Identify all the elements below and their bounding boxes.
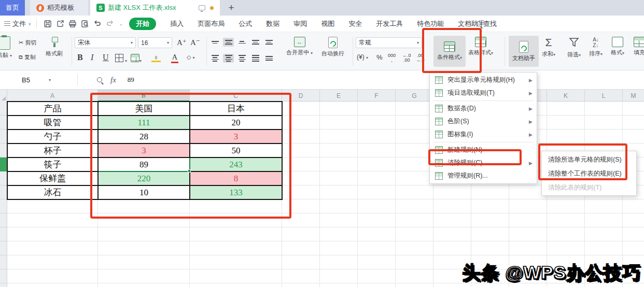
sort-button[interactable]: A↓Z↓ 排序▾ bbox=[589, 37, 603, 58]
column-header-A[interactable]: A bbox=[7, 90, 98, 102]
sum-button[interactable]: Σ 求和▾ bbox=[542, 36, 555, 58]
new-tab-button[interactable]: + bbox=[225, 1, 238, 15]
column-header-K[interactable]: K bbox=[547, 90, 585, 102]
conditional-format-button[interactable]: 条件格式▾ bbox=[433, 36, 466, 67]
filter-button[interactable]: 筛选▾ bbox=[567, 37, 581, 59]
format-button[interactable]: 格式▾ bbox=[611, 37, 624, 56]
font-size-select[interactable]: 16▾ bbox=[138, 37, 172, 48]
font-shrink-button[interactable]: A⁻ bbox=[190, 38, 200, 47]
submenu-item-清除整个工作表的规则(E)[interactable]: 清除整个工作表的规则(E) bbox=[542, 167, 636, 181]
cell-A1[interactable]: 产品 bbox=[7, 102, 98, 116]
highlight-color-button[interactable]: ⬨ bbox=[151, 54, 161, 61]
menu-item-插入[interactable]: 插入 bbox=[170, 19, 184, 28]
menu-item-公式[interactable]: 公式 bbox=[239, 19, 252, 28]
distributed-icon[interactable] bbox=[263, 54, 274, 63]
cell-B1[interactable]: 美国 bbox=[98, 102, 190, 116]
cell-C5[interactable]: 243 bbox=[190, 157, 282, 171]
export-icon[interactable] bbox=[56, 20, 64, 28]
redo-icon[interactable] bbox=[106, 20, 114, 28]
cell-A5[interactable]: 筷子 bbox=[7, 157, 98, 171]
bold-button[interactable]: B bbox=[77, 53, 83, 62]
toolbar-more-chevron-icon[interactable]: ⌄ bbox=[119, 21, 123, 26]
menu-item-管理规则(R)...[interactable]: 管理规则(R)... bbox=[430, 169, 537, 182]
copy-button[interactable]: ⧉ 复制 bbox=[19, 53, 36, 61]
fill-button[interactable]: 填充 bbox=[634, 37, 644, 56]
column-header-E[interactable]: E bbox=[320, 90, 358, 102]
align-right-icon[interactable] bbox=[236, 54, 247, 63]
align-middle-icon[interactable] bbox=[223, 38, 234, 47]
menu-item-突出显示单元格规则(H)[interactable]: 突出显示单元格规则(H)▶ bbox=[430, 74, 537, 87]
name-box[interactable]: B5 ▾ bbox=[0, 70, 73, 89]
cell-C1[interactable]: 日本 bbox=[190, 102, 282, 116]
print-preview-icon[interactable] bbox=[81, 20, 89, 28]
submenu-item-清除所选单元格的规则(S)[interactable]: 清除所选单元格的规则(S) bbox=[542, 153, 636, 167]
format-painter-button[interactable]: 格式刷 bbox=[46, 37, 63, 58]
column-header-G[interactable]: G bbox=[396, 90, 433, 102]
cell-A6[interactable]: 保鲜盖 bbox=[7, 171, 98, 185]
doc-assistant-button[interactable]: 文档助手 bbox=[509, 36, 539, 67]
menu-item-图标集(I)[interactable]: 图标集(I)▶ bbox=[430, 128, 537, 141]
decrease-decimal-button[interactable]: ←.0.00 bbox=[402, 53, 411, 63]
menu-item-项目选取规则(T)[interactable]: 项目选取规则(T)▶ bbox=[430, 87, 537, 99]
zoom-formula-icon[interactable] bbox=[97, 77, 102, 82]
save-icon[interactable] bbox=[44, 20, 52, 28]
menu-item-开始[interactable]: 开始 bbox=[129, 18, 156, 30]
find-button[interactable]: 查找 bbox=[476, 16, 497, 32]
column-header-M[interactable]: M bbox=[623, 90, 644, 102]
tab-docer-templates[interactable]: 稻壳模板 bbox=[30, 0, 88, 16]
underline-button[interactable]: U bbox=[103, 53, 109, 62]
align-center-icon[interactable] bbox=[223, 54, 234, 63]
menu-item-数据条(D)[interactable]: 数据条(D)▶ bbox=[430, 102, 537, 115]
menu-item-安全[interactable]: 安全 bbox=[348, 19, 362, 28]
align-top-icon[interactable] bbox=[209, 38, 220, 47]
wrap-text-button[interactable]: 自动换行 bbox=[321, 37, 344, 58]
increase-decimal-button[interactable]: .00→.0 bbox=[416, 53, 425, 63]
shading-button[interactable]: ▾ bbox=[131, 54, 142, 63]
cell-B5[interactable]: 89 bbox=[98, 157, 190, 171]
cell-B2[interactable]: 111 bbox=[98, 116, 190, 130]
print-icon[interactable] bbox=[68, 20, 77, 28]
tab-home[interactable]: 首页 bbox=[0, 0, 25, 16]
menu-item-色阶(S)[interactable]: 色阶(S)▶ bbox=[430, 115, 537, 128]
column-header-C[interactable]: C bbox=[190, 90, 282, 102]
thousands-format-button[interactable]: 000, bbox=[388, 53, 396, 63]
cell-C4[interactable]: 50 bbox=[190, 144, 282, 157]
menu-item-清除规则(C)[interactable]: 清除规则(C)▶ bbox=[430, 156, 537, 169]
cell-B3[interactable]: 28 bbox=[98, 130, 190, 144]
increase-indent-icon[interactable] bbox=[263, 38, 274, 47]
cell-C3[interactable]: 3 bbox=[190, 130, 282, 144]
formula-input-value[interactable]: 89 bbox=[128, 76, 134, 84]
fx-icon[interactable]: fx bbox=[110, 76, 116, 84]
menu-item-数据[interactable]: 数据 bbox=[266, 19, 279, 28]
currency-format-button[interactable]: (¥) ▾ bbox=[357, 53, 368, 61]
column-header-D[interactable]: D bbox=[282, 90, 320, 102]
cell-C6[interactable]: 8 bbox=[190, 171, 282, 185]
menu-item-视图[interactable]: 视图 bbox=[321, 19, 334, 28]
menu-item-特色功能[interactable]: 特色功能 bbox=[417, 19, 444, 28]
percent-format-button[interactable]: % bbox=[376, 53, 383, 61]
cell-B7[interactable]: 10 bbox=[98, 185, 190, 199]
column-header-L[interactable]: L bbox=[585, 90, 623, 102]
number-format-select[interactable]: 常规▾ bbox=[356, 37, 422, 48]
cell-C2[interactable]: 20 bbox=[190, 116, 282, 130]
column-header-B[interactable]: B bbox=[98, 90, 190, 102]
cell-C7[interactable]: 133 bbox=[190, 185, 282, 199]
justify-icon[interactable] bbox=[250, 54, 261, 63]
undo-icon[interactable] bbox=[93, 20, 102, 28]
menu-item-开发工具[interactable]: 开发工具 bbox=[376, 19, 403, 28]
select-all-corner[interactable] bbox=[0, 90, 7, 102]
align-left-icon[interactable] bbox=[209, 54, 220, 63]
fill-handle[interactable] bbox=[188, 169, 191, 173]
font-name-select[interactable]: 宋体▾ bbox=[75, 37, 136, 48]
tab-active-workbook[interactable]: S 新建 XLSX 工作表.xlsx bbox=[90, 0, 220, 16]
menu-item-新建规则(N)[interactable]: 新建规则(N) bbox=[430, 144, 537, 156]
cell-A4[interactable]: 杯子 bbox=[7, 144, 98, 157]
decrease-indent-icon[interactable] bbox=[250, 38, 261, 47]
menu-item-页面布局[interactable]: 页面布局 bbox=[198, 19, 225, 28]
cell-B6[interactable]: 220 bbox=[98, 171, 190, 185]
cell-A7[interactable]: 冰石 bbox=[7, 185, 98, 199]
italic-button[interactable]: I bbox=[91, 53, 93, 62]
cell-B4[interactable]: 3 bbox=[98, 144, 190, 157]
file-menu-button[interactable]: 文件 ∨ bbox=[4, 19, 32, 28]
paste-button[interactable]: 粘贴 ▾ bbox=[0, 36, 12, 59]
